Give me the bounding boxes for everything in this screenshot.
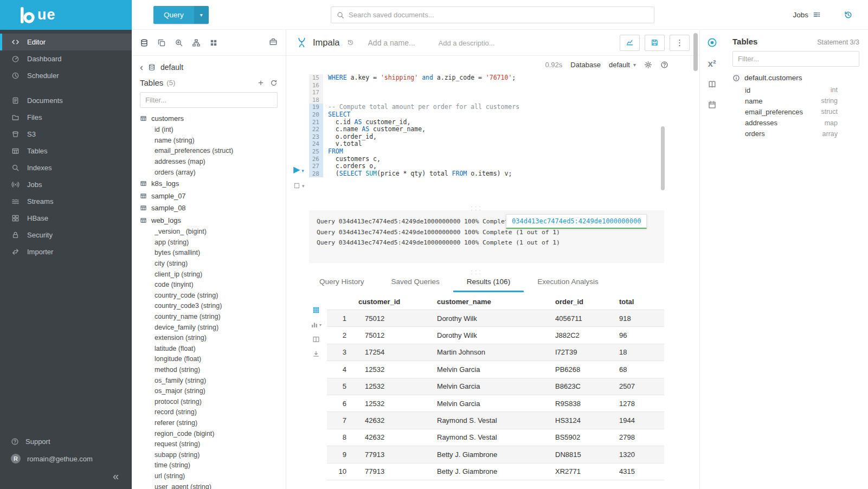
sidebar-item-s3[interactable]: S3 [0, 126, 132, 143]
assist-column[interactable]: client_ip (string) [140, 269, 286, 280]
query-dropdown-caret[interactable]: ▾ [194, 6, 209, 24]
sitemap-icon[interactable] [192, 38, 201, 47]
table-row[interactable]: 842632Raymond S. VestalBS59022798 [327, 429, 664, 446]
save-button[interactable] [645, 35, 665, 51]
column-header-total[interactable]: total [616, 298, 664, 306]
assist-column[interactable]: region_code (bigint) [140, 428, 286, 439]
main-scrollbar[interactable] [693, 33, 698, 71]
sidebar-item-streams[interactable]: Streams [0, 193, 132, 210]
assist-column[interactable]: method (string) [140, 364, 286, 375]
table-row[interactable]: 412532Melvin GarciaPB626868 [327, 361, 664, 378]
assist-table-customers[interactable]: customers [140, 112, 286, 125]
assist-table-k8s-logs[interactable]: k8s_logs [140, 177, 286, 190]
assist-column[interactable]: code (tinyint) [140, 279, 286, 290]
databases-icon[interactable] [140, 38, 149, 47]
column-row[interactable]: ordersarray [732, 128, 859, 139]
table-row[interactable]: 977913Betty J. GiambroneDN88151320 [327, 446, 664, 463]
query-name-input[interactable] [368, 38, 429, 47]
sidebar-item-tables[interactable]: Tables [0, 143, 132, 159]
jobs-link[interactable]: Jobs [793, 11, 821, 19]
sidebar-item-hbase[interactable]: HBase [0, 210, 132, 227]
columns-view-icon[interactable] [311, 336, 322, 343]
sidebar-item-documents[interactable]: Documents [0, 92, 132, 109]
table-row[interactable]: 612532Melvin GarciaR9S8381278 [327, 395, 664, 412]
column-row[interactable]: namestring [732, 95, 859, 106]
table-row[interactable]: 175012Dorothy Wilk4056711918 [327, 310, 664, 327]
more-actions-button[interactable]: ⋮ [670, 35, 690, 51]
chart-button[interactable] [620, 35, 640, 51]
tab-execution-analysis[interactable]: Execution Analysis [524, 273, 612, 292]
assist-column[interactable]: latitude (float) [140, 343, 286, 354]
execute-button[interactable]: ▶ [293, 165, 300, 174]
database-select[interactable]: default ▾ [609, 61, 636, 69]
assist-column[interactable]: country_code (string) [140, 290, 286, 301]
assist-column[interactable]: referer (string) [140, 417, 286, 428]
assist-column[interactable]: time (string) [140, 460, 286, 471]
assist-column[interactable]: device_family (string) [140, 322, 286, 333]
query-description-input[interactable] [439, 39, 505, 47]
format-button[interactable]: ▾ [293, 182, 305, 189]
help-icon[interactable] [660, 61, 668, 69]
reload-editor-icon[interactable] [347, 39, 354, 46]
sidebar-item-support[interactable]: Support [0, 433, 132, 450]
sidebar-item-editor[interactable]: Editor [0, 34, 132, 50]
schedule-calendar-icon[interactable] [708, 100, 717, 110]
assist-filter-input[interactable] [140, 92, 278, 108]
language-reference-icon[interactable] [708, 80, 717, 89]
execute-options-caret[interactable]: ▾ [301, 168, 304, 173]
assist-column[interactable]: city (string) [140, 258, 286, 269]
briefcase-icon[interactable] [269, 37, 278, 46]
column-header-customer-id[interactable]: customer_id [355, 298, 434, 306]
assist-column[interactable]: os_family (string) [140, 375, 286, 386]
sidebar-item-security[interactable]: Security [0, 227, 132, 243]
documents-copy-icon[interactable] [157, 38, 166, 47]
assist-compass-icon[interactable] [707, 37, 717, 48]
history-icon[interactable] [844, 10, 853, 20]
assist-column[interactable]: os_major (string) [140, 385, 286, 396]
apps-grid-icon[interactable] [209, 38, 218, 47]
assist-column[interactable]: country_code3 (string) [140, 301, 286, 312]
sidebar-item-indexes[interactable]: Indexes [0, 159, 132, 176]
code-editor[interactable]: 15WHERE a.key = 'shipping' and a.zip_cod… [286, 74, 699, 177]
table-row[interactable]: 742632Raymond S. VestalHS31241944 [327, 412, 664, 429]
table-row[interactable]: 275012Dorothy WilkJ882C296 [327, 327, 664, 344]
column-row[interactable]: idint [732, 85, 859, 95]
assist-table-web-logs[interactable]: web_logs [140, 214, 286, 227]
assist-column[interactable]: _version_ (bigint) [140, 226, 286, 237]
assist-column[interactable]: extension (string) [140, 332, 286, 343]
column-row[interactable]: email_preferencesstruct [732, 106, 859, 117]
table-row[interactable]: 317254Martin JohnsonI72T3918 [327, 344, 664, 361]
tab-query-history[interactable]: Query History [306, 273, 378, 292]
assist-table-sample-07[interactable]: sample_07 [140, 190, 286, 202]
sidebar-item-files[interactable]: Files [0, 109, 132, 126]
code-scrollbar[interactable] [661, 126, 665, 190]
assist-column[interactable]: orders (array) [140, 167, 286, 178]
gear-icon[interactable] [644, 61, 652, 69]
right-filter-input[interactable] [732, 51, 859, 67]
sidebar-item-dashboard[interactable]: Dashboard [0, 50, 132, 67]
sidebar-item-user[interactable]: R romain@gethue.com [0, 450, 132, 467]
assist-column[interactable]: app (string) [140, 237, 286, 248]
table-row[interactable]: 1077913Betty J. GiambroneXR27714315 [327, 464, 664, 480]
tab-saved-queries[interactable]: Saved Queries [378, 273, 453, 292]
tab-results-106[interactable]: Results (106) [453, 273, 524, 292]
column-header-customer-name[interactable]: customer_name [434, 298, 552, 306]
search-input[interactable] [349, 11, 648, 19]
column-row[interactable]: addressesmap [732, 118, 859, 128]
assist-table-sample-08[interactable]: sample_08 [140, 202, 286, 214]
assist-column[interactable]: name (string) [140, 135, 286, 146]
assist-column[interactable]: longitude (float) [140, 354, 286, 365]
back-chevron-icon[interactable]: ‹ [140, 62, 143, 72]
assist-column[interactable]: addresses (map) [140, 156, 286, 167]
sidebar-item-jobs[interactable]: Jobs [0, 176, 132, 193]
database-name[interactable]: default [160, 63, 183, 72]
column-header-order-id[interactable]: order_id [552, 298, 616, 306]
assist-column[interactable]: email_preferences (struct) [140, 146, 286, 157]
collapse-sidebar-icon[interactable]: « [113, 471, 119, 481]
functions-icon[interactable]: x² [708, 59, 716, 68]
assist-column[interactable]: protocol (string) [140, 396, 286, 407]
active-table-row[interactable]: default.customers [732, 74, 859, 82]
sidebar-item-scheduler[interactable]: Scheduler [0, 67, 132, 84]
assist-column[interactable]: request (string) [140, 439, 286, 449]
refresh-icon[interactable] [270, 79, 278, 87]
